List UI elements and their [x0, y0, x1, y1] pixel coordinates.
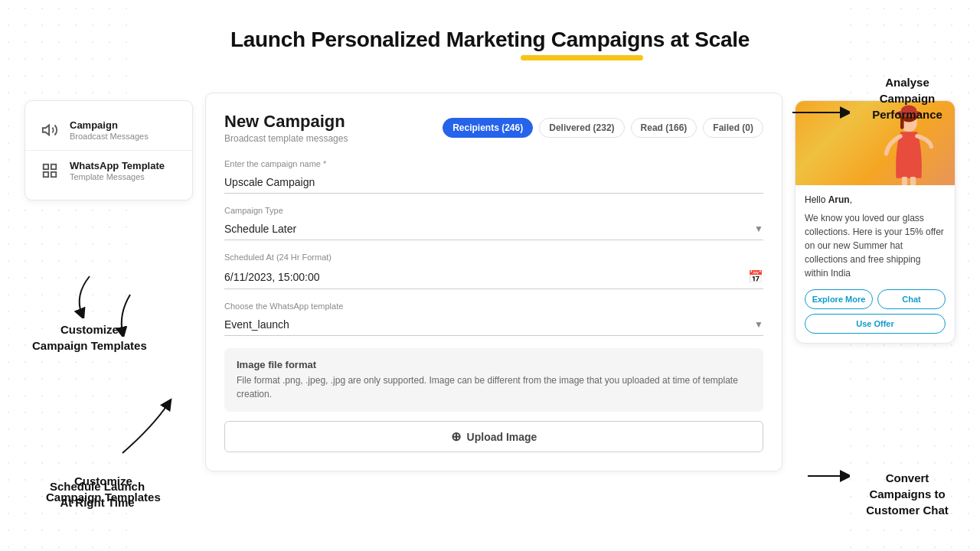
convert-annotation: ConvertCampaigns toCustomer Chat: [842, 470, 972, 518]
campaign-type-chevron: ▼: [754, 223, 763, 234]
whatsapp-template-sublabel: Template Messages: [70, 172, 165, 181]
scheduled-at-label: Scheduled At (24 Hr Format): [224, 253, 763, 262]
calendar-icon[interactable]: 📅: [748, 269, 763, 284]
whatsapp-template-label: WhatsApp Template: [70, 160, 165, 171]
chat-button[interactable]: Chat: [877, 289, 946, 309]
campaign-type-label: Campaign Type: [224, 206, 763, 215]
campaign-form-subtitle: Broadcast template messages: [224, 133, 348, 144]
campaign-icon: [38, 118, 62, 142]
campaign-name-group: Enter the campaign name *: [224, 159, 763, 194]
whatsapp-template-select[interactable]: Event_launch ▼: [224, 314, 763, 336]
svg-rect-10: [902, 177, 907, 185]
preview-card: Hello Arun, We know you loved our glass …: [795, 100, 956, 344]
svg-rect-4: [44, 172, 48, 177]
svg-rect-11: [910, 177, 916, 185]
campaign-form-panel: New Campaign Broadcast template messages…: [205, 93, 782, 471]
whatsapp-template-chevron: ▼: [754, 319, 763, 330]
title-underline: [521, 55, 643, 60]
svg-rect-1: [44, 165, 48, 169]
scheduled-at-group: Scheduled At (24 Hr Format) 📅: [224, 253, 763, 289]
customize-annotation: CustomizeCampaign Templates: [32, 321, 147, 354]
upload-plus-icon: ⊕: [451, 429, 461, 444]
preview-greeting: Hello Arun,: [805, 194, 946, 205]
preview-message: We know you loved our glass collections.…: [805, 211, 946, 280]
whatsapp-template-group: Choose the WhatsApp template Event_launc…: [224, 302, 763, 336]
stat-badge-recipients: Recipients (246): [443, 118, 533, 138]
campaign-type-value: Schedule Later: [224, 223, 296, 235]
sidebar-card: Campaign Broadcast Messages: [24, 100, 193, 201]
preview-buttons: Explore More Chat Use Offer: [805, 289, 946, 334]
campaign-name-label: Enter the campaign name *: [224, 159, 763, 168]
customize-annotation-label: CustomizeCampaign Templates: [46, 473, 161, 505]
svg-marker-0: [43, 126, 49, 135]
explore-more-button[interactable]: Explore More: [805, 289, 873, 309]
whatsapp-template-value: Event_launch: [224, 318, 289, 331]
page-title: Launch Personalized Marketing Campaigns …: [0, 0, 980, 52]
image-format-title: Image file format: [237, 359, 751, 370]
campaign-type-group: Campaign Type Schedule Later ▼: [224, 206, 763, 240]
stat-badge-read: Read (166): [631, 118, 697, 138]
preview-name: Arun: [828, 194, 850, 205]
campaign-label: Campaign: [70, 119, 149, 131]
sidebar-item-whatsapp-template[interactable]: WhatsApp Template Template Messages: [25, 151, 192, 191]
analyse-annotation: AnalyseCampaignPerformance: [842, 74, 972, 122]
sidebar-item-campaign[interactable]: Campaign Broadcast Messages: [25, 110, 192, 151]
svg-rect-2: [51, 165, 56, 169]
whatsapp-template-icon: [38, 158, 62, 183]
use-offer-button[interactable]: Use Offer: [805, 314, 946, 334]
campaign-form-title: New Campaign: [224, 112, 348, 132]
campaign-type-select[interactable]: Schedule Later ▼: [224, 218, 763, 240]
stat-badge-failed: Failed (0): [703, 118, 763, 138]
image-format-box: Image file format File format .png, .jpe…: [224, 348, 763, 412]
stat-badge-delivered: Delivered (232): [539, 118, 624, 138]
campaign-name-input[interactable]: [224, 171, 763, 194]
svg-rect-3: [51, 172, 56, 177]
upload-image-button[interactable]: ⊕ Upload Image: [224, 421, 763, 452]
whatsapp-template-label: Choose the WhatsApp template: [224, 302, 763, 311]
upload-image-label: Upload Image: [467, 431, 537, 443]
campaign-sublabel: Broadcast Messages: [70, 132, 149, 141]
scheduled-at-input[interactable]: [224, 271, 748, 283]
image-format-description: File format .png, .jpeg, .jpg are only s…: [237, 373, 751, 401]
preview-body: Hello Arun, We know you loved our glass …: [795, 185, 955, 343]
